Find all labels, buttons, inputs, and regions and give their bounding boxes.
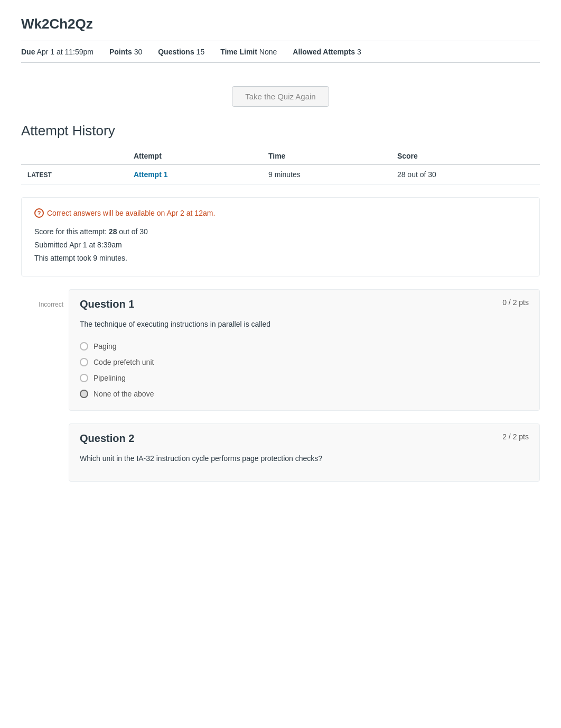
duration-text: This attempt took 9 minutes. [34,254,127,262]
col-score: Score [391,148,540,165]
latest-label: LATEST [27,171,52,179]
submitted-text: Submitted Apr 1 at 8:39am [34,241,122,249]
answer-option[interactable]: Pipelining [80,370,529,386]
radio-circle [80,374,88,382]
answer-label: None of the above [94,390,154,398]
question-text: Which unit in the IA-32 instruction cycl… [80,453,529,464]
attempt-table: Attempt Time Score LATEST Attempt 1 9 mi… [21,148,540,185]
question-status-col [21,423,69,434]
question-body: The technique of executing instructions … [69,310,539,410]
question-header: Question 1 0 / 2 pts [69,290,539,310]
time-limit-value: None [259,48,277,56]
answer-label: Code prefetch unit [94,358,154,366]
time-limit-label: Time Limit [220,48,257,56]
score-label: Score for this attempt: [34,227,107,236]
col-attempt: Attempt [127,148,262,165]
question-outer: Question 2 2 / 2 pts Which unit in the I… [21,423,540,482]
question-title: Question 1 [80,298,134,310]
questions-value: 15 [197,48,205,56]
question-title: Question 2 [80,432,134,445]
page-title: Wk2Ch2Qz [21,16,540,32]
attempt-score: 28 out of 30 [391,165,540,185]
notice-text: Correct answers will be available on Apr… [47,209,215,217]
answer-options: Paging Code prefetch unit Pipelining Non… [80,338,529,402]
score-out-of: out of 30 [119,227,148,236]
attempt-row: LATEST Attempt 1 9 minutes 28 out of 30 [21,165,540,185]
points-label: Points [109,48,132,56]
attempt-link[interactable]: Attempt 1 [134,170,168,179]
answer-label: Pipelining [94,374,126,382]
question-header: Question 2 2 / 2 pts [69,424,539,445]
answer-option[interactable]: None of the above [80,386,529,402]
due-label: Due [21,48,35,56]
attempt-info-box: ? Correct answers will be available on A… [21,197,540,277]
question-outer: Incorrect Question 1 0 / 2 pts The techn… [21,289,540,411]
allowed-attempts-value: 3 [357,48,361,56]
question-status-col: Incorrect [21,289,69,308]
score-value: 28 [109,227,117,236]
allowed-attempts-label: Allowed Attempts [293,48,355,56]
take-quiz-button[interactable]: Take the Quiz Again [232,86,329,107]
attempt-time: 9 minutes [262,165,391,185]
col-time: Time [262,148,391,165]
take-quiz-section: Take the Quiz Again [21,76,540,123]
correct-answers-notice: ? Correct answers will be available on A… [34,208,527,218]
question-points: 0 / 2 pts [502,298,529,310]
radio-circle [80,342,88,351]
due-value: Apr 1 at 11:59pm [37,48,94,56]
question-status-label: Incorrect [39,301,63,308]
questions-label: Questions [158,48,194,56]
notice-icon: ? [34,208,44,218]
question-points: 2 / 2 pts [502,432,529,445]
answer-option[interactable]: Paging [80,338,529,354]
question-body: Which unit in the IA-32 instruction cycl… [69,445,539,481]
radio-circle [80,390,88,398]
question-text: The technique of executing instructions … [80,319,529,330]
attempt-history-title: Attempt History [21,123,540,139]
quiz-meta: Due Apr 1 at 11:59pm Points 30 Questions… [21,41,540,63]
answer-label: Paging [94,342,117,351]
question-card: Question 1 0 / 2 pts The technique of ex… [69,289,540,411]
question-card: Question 2 2 / 2 pts Which unit in the I… [69,423,540,482]
col-empty [21,148,127,165]
answer-option[interactable]: Code prefetch unit [80,354,529,370]
points-value: 30 [134,48,143,56]
radio-circle [80,358,88,366]
attempt-score-text: Score for this attempt: 28 out of 30 Sub… [34,225,527,265]
